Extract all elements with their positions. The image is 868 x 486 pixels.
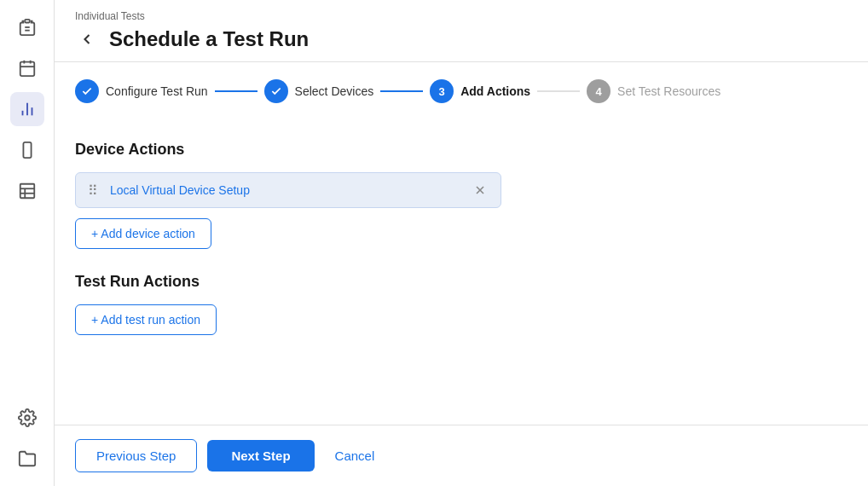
add-test-run-action-button[interactable]: + Add test run action bbox=[75, 304, 217, 335]
table-icon bbox=[18, 182, 37, 200]
breadcrumb: Individual Tests bbox=[75, 10, 848, 22]
sidebar-item-chart[interactable] bbox=[10, 92, 44, 126]
chart-icon bbox=[18, 100, 37, 119]
close-icon bbox=[473, 183, 487, 197]
connector-3 bbox=[537, 90, 580, 92]
drag-handle-icon[interactable]: ⠿ bbox=[88, 182, 98, 199]
header: Individual Tests Schedule a Test Run bbox=[55, 0, 868, 62]
step-select-devices: Select Devices bbox=[264, 79, 374, 103]
remove-device-action-button[interactable] bbox=[472, 182, 489, 199]
step-2-label: Select Devices bbox=[295, 84, 374, 98]
device-action-item: ⠿ Local Virtual Device Setup bbox=[75, 172, 501, 208]
step-set-resources: 4 Set Test Resources bbox=[587, 79, 720, 103]
next-step-button[interactable]: Next Step bbox=[207, 440, 314, 472]
step-4-number: 4 bbox=[595, 85, 601, 98]
footer: Previous Step Next Step Cancel bbox=[55, 425, 868, 486]
svg-point-16 bbox=[25, 415, 30, 420]
step-3-circle: 3 bbox=[430, 79, 454, 103]
calendar-icon bbox=[18, 59, 37, 78]
device-actions-section: Device Actions ⠿ Local Virtual Device Se… bbox=[75, 141, 848, 249]
add-device-action-button[interactable]: + Add device action bbox=[75, 218, 211, 249]
step-3-number: 3 bbox=[439, 85, 445, 98]
svg-rect-3 bbox=[20, 62, 34, 77]
step-1-label: Configure Test Run bbox=[106, 84, 208, 98]
sidebar bbox=[0, 0, 55, 486]
connector-2 bbox=[380, 90, 423, 92]
main-content: Individual Tests Schedule a Test Run Con… bbox=[55, 0, 868, 486]
cancel-button[interactable]: Cancel bbox=[325, 440, 385, 472]
sidebar-item-device[interactable] bbox=[10, 133, 44, 167]
settings-icon bbox=[18, 408, 37, 427]
device-action-label: Local Virtual Device Setup bbox=[110, 183, 463, 197]
svg-rect-10 bbox=[23, 142, 31, 158]
step-4-circle: 4 bbox=[587, 79, 610, 103]
sidebar-item-clipboard[interactable] bbox=[10, 10, 44, 44]
steps-bar: Configure Test Run Select Devices 3 Add … bbox=[55, 62, 868, 120]
svg-rect-12 bbox=[20, 184, 34, 199]
device-actions-title: Device Actions bbox=[75, 141, 848, 159]
step-1-circle bbox=[75, 79, 99, 103]
test-run-actions-section: Test Run Actions + Add test run action bbox=[75, 273, 848, 335]
back-button[interactable] bbox=[75, 27, 99, 51]
test-run-actions-title: Test Run Actions bbox=[75, 273, 848, 291]
content-area: Device Actions ⠿ Local Virtual Device Se… bbox=[55, 120, 868, 425]
folder-icon bbox=[18, 449, 37, 468]
step-configure: Configure Test Run bbox=[75, 79, 208, 103]
step-3-label: Add Actions bbox=[460, 84, 530, 98]
clipboard-icon bbox=[18, 18, 37, 37]
sidebar-item-table[interactable] bbox=[10, 174, 44, 208]
previous-step-button[interactable]: Previous Step bbox=[75, 439, 197, 472]
step-add-actions: 3 Add Actions bbox=[430, 79, 530, 103]
page-title: Schedule a Test Run bbox=[109, 27, 309, 51]
device-icon bbox=[18, 141, 37, 159]
step-2-circle bbox=[264, 79, 288, 103]
connector-1 bbox=[215, 90, 258, 92]
step-4-label: Set Test Resources bbox=[617, 84, 720, 98]
back-arrow-icon bbox=[78, 31, 95, 48]
sidebar-item-settings[interactable] bbox=[10, 401, 44, 435]
sidebar-item-calendar[interactable] bbox=[10, 51, 44, 85]
sidebar-item-folder[interactable] bbox=[10, 442, 44, 476]
svg-rect-0 bbox=[25, 20, 30, 23]
